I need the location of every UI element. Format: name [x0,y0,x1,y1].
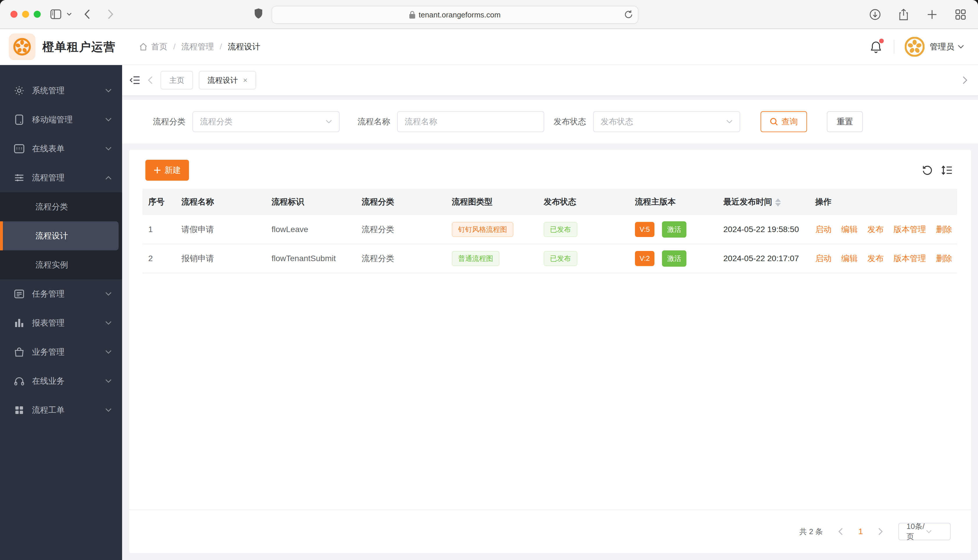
delete-link[interactable]: 删除 [936,254,952,263]
tab-overview-icon[interactable] [953,7,969,23]
chevron-down-icon [105,321,112,325]
plus-icon [154,167,161,174]
tabs-scroll-right-icon[interactable] [962,76,968,84]
cell-key: flowLeave [266,215,356,244]
table-row: 1 请假申请 flowLeave 流程分类 钉钉风格流程图 已发布 V:5 激活 [142,215,957,244]
chevron-up-icon [105,176,112,180]
minimize-window-button[interactable] [22,11,29,18]
cell-category: 流程分类 [356,244,446,273]
close-window-button[interactable] [10,11,17,18]
sidebar-item-system-mgmt[interactable]: 系统管理 [0,76,122,105]
menu-fold-icon[interactable] [130,75,140,85]
create-button[interactable]: 新建 [145,160,189,181]
sidebar-item-flow-category[interactable]: 流程分类 [0,192,122,221]
sidebar-item-flow-ticket[interactable]: 流程工单 [0,396,122,425]
cell-key: flowTenantSubmit [266,244,356,273]
table-row: 2 报销申请 flowTenantSubmit 流程分类 普通流程图 已发布 V… [142,244,957,273]
delete-link[interactable]: 删除 [936,225,952,234]
page-number[interactable]: 1 [858,527,863,536]
browser-window: tenant.orangeforms.com [0,0,978,560]
chevron-down-icon [326,120,332,124]
diagram-type-tag: 钉钉风格流程图 [452,222,513,237]
window-controls[interactable] [0,11,48,18]
chevron-down-icon [105,118,112,122]
bar-chart-icon [14,318,24,328]
new-tab-icon[interactable] [924,7,940,23]
user-menu-chevron-icon[interactable] [958,45,964,49]
cell-published-time: 2024-05-22 19:58:50 [717,215,809,244]
tab-flow-design[interactable]: 流程设计 × [199,71,256,90]
edit-link[interactable]: 编辑 [841,254,858,263]
version-tag: V:5 [635,222,654,237]
privacy-shield-icon[interactable] [254,8,263,22]
sidebar-item-mobile-mgmt[interactable]: 移动端管理 [0,105,122,134]
reset-button[interactable]: 重置 [827,111,863,132]
document-icon [14,289,24,298]
sidebar-dropdown-chevron-icon[interactable] [64,6,74,22]
avatar[interactable] [905,37,925,57]
sidebar-item-flow-mgmt[interactable]: 流程管理 [0,163,122,192]
chevron-down-icon [105,292,112,296]
sidebar-item-flow-design[interactable]: 流程设计 [1,221,119,250]
table-header-row: 序号 流程名称 流程标识 流程分类 流程图类型 发布状态 流程主版本 最近发布时… [142,189,957,215]
col-header-index: 序号 [142,189,176,215]
headset-icon [14,377,24,386]
publish-link[interactable]: 发布 [868,225,884,234]
notification-dot [879,38,884,43]
search-icon [770,118,778,126]
tabs-scroll-left-icon[interactable] [148,76,153,84]
cell-category: 流程分类 [356,215,446,244]
name-input[interactable]: 流程名称 [397,111,544,132]
sidebar-item-online-forms[interactable]: 在线表单 [0,134,122,163]
downloads-icon[interactable] [867,7,883,23]
status-select[interactable]: 发布状态 [593,111,740,132]
reload-icon[interactable] [624,10,633,21]
publish-link[interactable]: 发布 [868,254,884,263]
app-title: 橙单租户运营 [42,39,116,55]
category-select[interactable]: 流程分类 [192,111,339,132]
app-logo [9,33,35,60]
sidebar-item-report-mgmt[interactable]: 报表管理 [0,308,122,338]
sort-carets-icon[interactable] [775,198,781,207]
prev-page-icon[interactable] [838,528,843,535]
address-bar[interactable]: tenant.orangeforms.com [271,6,639,24]
chevron-down-icon [105,379,112,383]
sidebar-item-task-mgmt[interactable]: 任务管理 [0,279,122,308]
page-size-select[interactable]: 10条/页 [898,523,951,540]
breadcrumb-item-flow-mgmt[interactable]: 流程管理 [181,41,214,52]
cell-index: 2 [142,244,176,273]
sidebar-item-business-mgmt[interactable]: 业务管理 [0,338,122,367]
breadcrumb-item-home[interactable]: 首页 [151,41,167,52]
app-header: 橙单租户运营 首页 / 流程管理 / 流程设计 [0,29,978,65]
form-icon [14,144,24,153]
query-button[interactable]: 查询 [761,111,807,132]
zoom-window-button[interactable] [34,11,41,18]
sidebar-item-flow-instance[interactable]: 流程实例 [0,250,122,279]
sidebar-toggle-icon[interactable] [48,6,64,22]
version-mgmt-link[interactable]: 版本管理 [893,225,926,234]
notification-bell-icon[interactable] [870,40,882,53]
chevron-down-icon [105,408,112,412]
col-header-actions: 操作 [809,189,957,215]
row-density-icon[interactable] [941,165,953,175]
tab-home[interactable]: 主页 [160,71,193,90]
edit-link[interactable]: 编辑 [841,225,858,234]
next-page-icon[interactable] [878,528,883,535]
start-link[interactable]: 启动 [815,254,831,263]
flow-mgmt-submenu: 流程分类 流程设计 流程实例 [0,192,122,279]
version-mgmt-link[interactable]: 版本管理 [893,254,926,263]
chevron-down-icon [105,147,112,151]
sidebar-item-online-business[interactable]: 在线业务 [0,367,122,396]
start-link[interactable]: 启动 [815,225,831,234]
refresh-icon[interactable] [922,165,933,175]
flow-table: 序号 流程名称 流程标识 流程分类 流程图类型 发布状态 流程主版本 最近发布时… [142,189,957,273]
user-name[interactable]: 管理员 [930,41,954,52]
chevron-down-icon [105,88,112,93]
col-header-published-time[interactable]: 最近发布时间 [717,189,809,215]
share-icon[interactable] [895,7,912,23]
diagram-type-tag: 普通流程图 [452,251,500,266]
close-tab-icon[interactable]: × [243,77,247,84]
sliders-icon [14,173,24,183]
forward-button[interactable] [102,6,119,22]
back-button[interactable] [79,6,95,22]
